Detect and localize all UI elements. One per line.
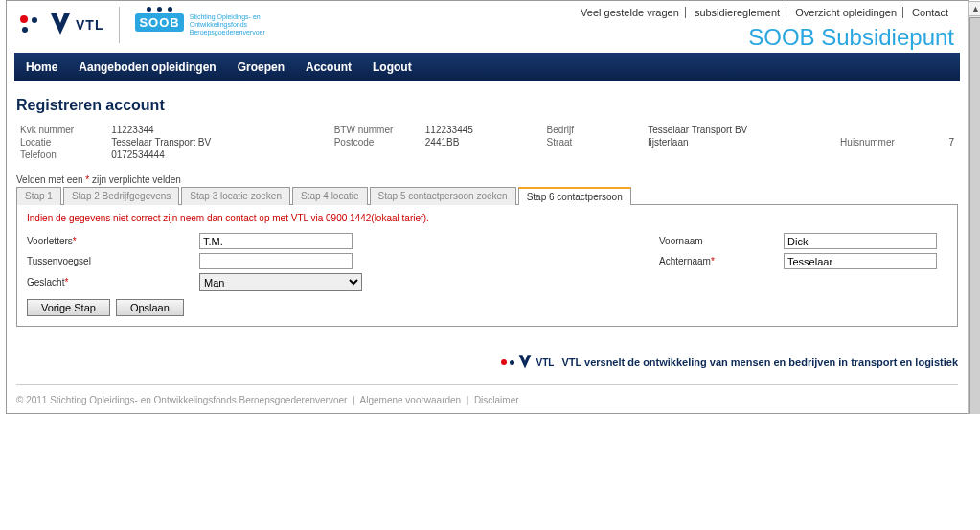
straat-label: Straat xyxy=(543,136,645,149)
nav-trainings-overview[interactable]: Overzicht opleidingen xyxy=(789,7,903,18)
straat-value: lijsterlaan xyxy=(644,136,836,149)
menu-home[interactable]: Home xyxy=(26,60,57,74)
tab-stap5[interactable]: Stap 5 contactpersoon zoeken xyxy=(370,187,516,205)
nav-contact[interactable]: Contact xyxy=(906,7,954,18)
vertical-scrollbar[interactable]: ▲ ▼ xyxy=(968,1,980,414)
scroll-thumb[interactable] xyxy=(969,17,980,414)
telefoon-value: 0172534444 xyxy=(107,149,330,161)
voornaam-input[interactable] xyxy=(784,233,937,249)
voorletters-input[interactable] xyxy=(199,233,353,249)
footer-copyright: © 2011 Stichting Opleidings- en Ontwikke… xyxy=(16,395,347,405)
scroll-up-button[interactable]: ▲ xyxy=(969,1,980,16)
bedrijf-label: Bedrijf xyxy=(543,124,645,136)
main-menu: Home Aangeboden opleidingen Groepen Acco… xyxy=(14,53,960,81)
footer-line: © 2011 Stichting Opleidings- en Ontwikke… xyxy=(16,384,958,405)
huisnummer-label: Huisnummer xyxy=(836,136,927,149)
required-fields-note: Velden met een * zijn verplichte velden xyxy=(16,174,958,185)
incorrect-data-alert: Indien de gegevens niet correct zijn nee… xyxy=(27,213,947,223)
tab-stap6[interactable]: Stap 6 contactpersoon xyxy=(518,187,631,205)
footer-disclaimer[interactable]: Disclaimer xyxy=(474,395,519,405)
vtl-mini-text: VTL xyxy=(536,357,554,368)
footer-algemene-voorwaarden[interactable]: Algemene voorwaarden xyxy=(360,395,462,405)
soob-logo-text: SOOB xyxy=(139,15,179,30)
vtl-arrow-icon xyxy=(49,12,72,38)
prev-step-button[interactable]: Vorige Stap xyxy=(27,299,110,316)
save-button[interactable]: Opslaan xyxy=(116,299,184,316)
tussenvoegsel-label: Tussenvoegsel xyxy=(27,256,199,266)
tab-stap3[interactable]: Stap 3 locatie zoeken xyxy=(181,187,290,205)
locatie-value: Tesselaar Transport BV xyxy=(107,136,330,149)
telefoon-label: Telefoon xyxy=(16,149,107,161)
soob-logo-subtitle: Stichting Opleidings- en Ontwikkelingsfo… xyxy=(190,13,272,36)
wizard-tabs: Stap 1 Stap 2 Bedrijfgegevens Stap 3 loc… xyxy=(16,187,958,205)
tab-panel-stap6: Indien de gegevens niet correct zijn nee… xyxy=(16,204,958,327)
geslacht-label: Geslacht* xyxy=(27,277,199,288)
tab-stap2[interactable]: Stap 2 Bedrijfgegevens xyxy=(63,187,179,205)
locatie-label: Locatie xyxy=(16,136,107,149)
achternaam-label: Achternaam* xyxy=(659,256,784,266)
voornaam-label: Voornaam xyxy=(659,236,784,246)
kvk-label: Kvk nummer xyxy=(16,124,107,136)
soob-logo: SOOB Stichting Opleidings- en Ontwikkeli… xyxy=(135,13,271,36)
brand-title: SOOB Subsidiepunt xyxy=(748,24,954,51)
nav-subsidy-rules[interactable]: subsidiereglement xyxy=(689,7,786,18)
vtl-arrow-icon xyxy=(517,354,533,371)
tab-stap4[interactable]: Stap 4 locatie xyxy=(292,187,368,205)
footer-banner: VTL VTL versnelt de ontwikkeling van men… xyxy=(16,354,958,371)
header: VTL SOOB Stichting Opleidings- en Ontwik… xyxy=(14,1,960,53)
postcode-value: 2441BB xyxy=(422,136,543,149)
menu-groepen[interactable]: Groepen xyxy=(238,60,285,74)
voorletters-label: Voorletters* xyxy=(27,236,199,246)
vtl-mini-logo: VTL xyxy=(501,354,554,371)
menu-account[interactable]: Account xyxy=(306,60,352,74)
logo-area: VTL SOOB Stichting Opleidings- en Ontwik… xyxy=(20,7,272,43)
soob-logo-box: SOOB xyxy=(135,13,183,32)
page-title: Registreren account xyxy=(16,97,958,114)
account-summary: Kvk nummer 11223344 BTW nummer 112233445… xyxy=(16,124,958,161)
btw-label: BTW nummer xyxy=(330,124,422,136)
menu-aangeboden-opleidingen[interactable]: Aangeboden opleidingen xyxy=(79,60,216,74)
bedrijf-value: Tesselaar Transport BV xyxy=(644,124,836,136)
postcode-label: Postcode xyxy=(330,136,422,149)
btw-value: 112233445 xyxy=(422,124,543,136)
vtl-logo: VTL xyxy=(20,12,103,38)
achternaam-input[interactable] xyxy=(784,253,937,269)
kvk-value: 11223344 xyxy=(107,124,330,136)
nav-faq[interactable]: Veel gestelde vragen xyxy=(575,7,686,18)
geslacht-select[interactable]: Man xyxy=(199,273,362,291)
tussenvoegsel-input[interactable] xyxy=(199,253,353,269)
menu-logout[interactable]: Logout xyxy=(373,60,412,74)
huisnummer-value: 7 xyxy=(927,136,958,149)
footer-banner-text: VTL versnelt de ontwikkeling van mensen … xyxy=(561,357,958,368)
tab-stap1[interactable]: Stap 1 xyxy=(16,187,61,205)
top-nav: Veel gestelde vragen subsidiereglement O… xyxy=(575,7,954,18)
vtl-logo-text: VTL xyxy=(76,17,103,33)
logo-divider xyxy=(119,7,120,43)
